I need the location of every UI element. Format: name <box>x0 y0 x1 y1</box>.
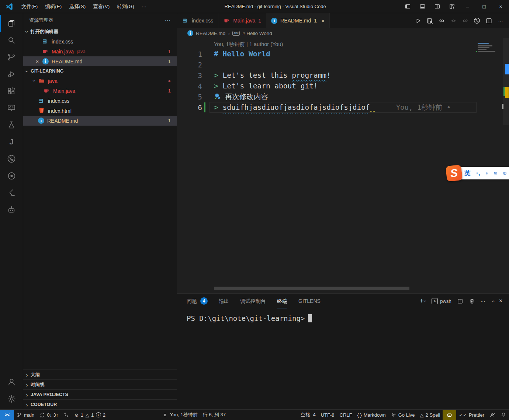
account-icon[interactable] <box>0 373 23 390</box>
tree-file-index-css[interactable]: index.css <box>23 96 177 106</box>
ime-toolbox-icon[interactable] <box>503 170 506 177</box>
line-number: 4 <box>177 82 210 90</box>
maximize-button[interactable]: □ <box>476 0 492 13</box>
split-editor-layout-icon[interactable] <box>430 0 444 13</box>
tree-file-main-java[interactable]: Main.java 1 <box>23 86 177 96</box>
language-mode[interactable]: { }Markdown <box>354 410 388 420</box>
remote-indicator[interactable]: >< <box>0 410 14 420</box>
toggle-sidebar-icon[interactable] <box>400 0 415 13</box>
new-terminal-button[interactable]: +› <box>420 297 426 305</box>
blame-indicator[interactable]: You, 1秒钟前 <box>160 410 200 420</box>
menu-view[interactable]: 查看(V) <box>89 2 113 11</box>
menu-edit[interactable]: 编辑(E) <box>41 2 65 11</box>
eol-indicator[interactable]: CRLF <box>337 410 355 420</box>
tab-readme-md[interactable]: i README.md 1 × <box>266 13 330 28</box>
next-change-icon[interactable] <box>460 15 471 26</box>
source-control-icon[interactable] <box>0 49 23 66</box>
codelens-authors[interactable]: You, 1秒钟前 | 1 author (You) <box>214 40 509 49</box>
panel-tab-problems[interactable]: 问题4 <box>187 294 208 308</box>
java-icon[interactable]: iJ <box>0 133 23 150</box>
maximize-panel-icon[interactable]: › <box>491 298 494 304</box>
split-terminal-icon[interactable] <box>457 298 463 304</box>
panel-tab-debug-console[interactable]: 调试控制台 <box>240 294 266 308</box>
sync-indicator[interactable]: 0↓ 3↑ <box>37 410 61 420</box>
search-icon[interactable] <box>0 32 23 49</box>
panel-tab-terminal[interactable]: 终端 <box>277 294 287 308</box>
feedback-icon[interactable] <box>487 410 498 420</box>
tab-label: index.css <box>192 18 213 24</box>
encoding-indicator[interactable]: UTF-8 <box>318 410 337 420</box>
horizontal-scrollbar[interactable] <box>214 287 409 290</box>
branch-indicator[interactable]: main <box>14 410 37 420</box>
microphone-icon[interactable] <box>485 170 488 176</box>
close-tab-icon[interactable]: × <box>321 18 325 24</box>
toggle-panel-icon[interactable] <box>415 0 430 13</box>
run-button[interactable] <box>412 15 423 26</box>
change-icon[interactable] <box>448 15 459 26</box>
commit-graph-icon[interactable] <box>61 410 72 420</box>
testing-icon[interactable] <box>0 116 23 133</box>
virtual-keyboard-icon[interactable] <box>494 170 497 177</box>
section-timeline[interactable]: ›时间线 <box>23 379 177 389</box>
settings-gear-icon[interactable] <box>0 390 23 407</box>
section-codetour[interactable]: ›CODETOUR <box>23 399 177 409</box>
panel-more-actions-icon[interactable]: ··· <box>481 298 485 304</box>
gitlens-graph-icon[interactable] <box>471 15 482 26</box>
minimize-button[interactable]: – <box>459 0 476 13</box>
close-panel-icon[interactable]: × <box>499 298 502 304</box>
chevron-down-icon[interactable]: › <box>422 300 428 302</box>
breadcrumb-file[interactable]: README.md <box>196 31 225 36</box>
ime-punctuation-mode[interactable]: ·, <box>476 169 480 177</box>
tab-main-java[interactable]: Main.java 1 <box>218 13 266 28</box>
menu-selection[interactable]: 选择(S) <box>65 2 89 11</box>
leetcode-icon[interactable] <box>0 184 23 201</box>
menu-file[interactable]: 文件(F) <box>18 2 41 11</box>
codetour-icon[interactable] <box>0 167 23 184</box>
go-live-button[interactable]: Go Live <box>388 410 418 420</box>
tree-file-index-html[interactable]: index.html <box>23 106 177 116</box>
open-editor-index-css[interactable]: index.css <box>23 36 177 46</box>
tree-file-readme-md[interactable]: i README.md 1 <box>23 116 177 126</box>
extensions-icon[interactable] <box>0 83 23 99</box>
ime-language-mode[interactable]: 英 <box>464 169 471 178</box>
run-debug-icon[interactable] <box>0 66 23 83</box>
previous-change-icon[interactable] <box>436 15 447 26</box>
tree-folder-java[interactable]: › java ● <box>23 76 177 86</box>
notifications-bell-icon[interactable] <box>498 410 509 420</box>
open-editor-main-java[interactable]: Main.java java 1 <box>23 46 177 56</box>
section-outline[interactable]: ›大纲 <box>23 370 177 379</box>
markdown-preview-icon[interactable] <box>424 15 435 26</box>
minimap-slider[interactable] <box>503 38 509 125</box>
sidebar-more-actions-icon[interactable]: ··· <box>165 17 171 23</box>
close-window-button[interactable]: × <box>492 0 509 13</box>
menu-goto[interactable]: 转到(G) <box>113 2 138 11</box>
close-icon[interactable]: × <box>34 58 40 64</box>
panel-tab-output[interactable]: 输出 <box>219 294 229 308</box>
open-editor-readme-md[interactable]: × i README.md 1 <box>23 56 177 66</box>
kill-terminal-icon[interactable] <box>469 298 475 304</box>
open-editors-header[interactable]: › 打开的编辑器 <box>23 27 177 36</box>
prettier-status[interactable]: ✓✓Prettier <box>456 410 487 420</box>
problems-indicator[interactable]: ⊗1 △1 i2 <box>72 410 108 420</box>
sogou-logo[interactable]: S <box>446 165 463 182</box>
cursor-position[interactable]: 行 6, 列 37 <box>200 410 228 420</box>
terminal-content[interactable]: PS D:\git\note\git-learning> <box>177 308 509 322</box>
tab-index-css[interactable]: index.css <box>177 13 218 28</box>
terminal-shell-selector[interactable]: >pwsh <box>432 298 451 304</box>
more-actions-icon[interactable]: ··· <box>495 15 506 26</box>
project-root-header[interactable]: › GIT-LEARNING <box>23 66 177 76</box>
indentation-indicator[interactable]: 空格: 4 <box>298 410 318 420</box>
explorer-icon[interactable] <box>0 15 23 32</box>
menu-more[interactable]: ··· <box>138 2 150 11</box>
ai-assistant-status-icon[interactable] <box>443 410 456 420</box>
ai-chat-icon[interactable] <box>0 201 23 218</box>
gitlens-icon[interactable] <box>0 150 23 167</box>
split-editor-icon[interactable] <box>483 15 494 26</box>
panel-tab-gitlens[interactable]: GITLENS <box>298 294 321 308</box>
sogou-ime-toolbar[interactable]: S 英 ·, <box>446 165 509 181</box>
breadcrumb-symbol[interactable]: # Hello World <box>242 31 272 36</box>
remote-explorer-icon[interactable] <box>0 99 23 116</box>
spell-checker-status[interactable]: △2 Spell <box>418 410 443 420</box>
section-java-projects[interactable]: ›JAVA PROJECTS <box>23 389 177 399</box>
customize-layout-icon[interactable] <box>444 0 459 13</box>
